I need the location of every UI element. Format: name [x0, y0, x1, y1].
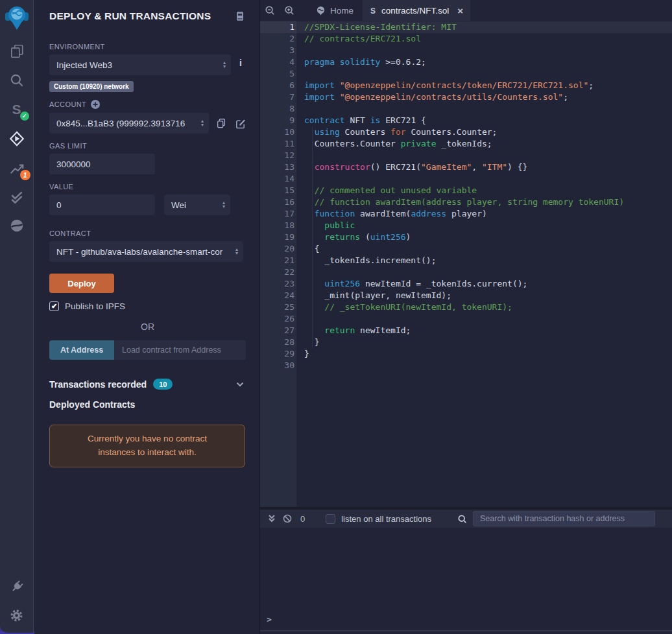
select-stepper-icon: ▴▾ [223, 61, 226, 69]
code-line[interactable]: import "@openzeppelin/contracts/utils/Co… [304, 91, 672, 103]
tab-home[interactable]: Home [307, 0, 363, 21]
compile-success-badge: ✓ [20, 112, 29, 121]
plugin-manager-icon[interactable] [8, 578, 25, 595]
value-input[interactable] [49, 194, 155, 215]
documentation-icon[interactable] [234, 10, 246, 22]
code-line[interactable] [304, 360, 672, 371]
home-tab-logo-icon [316, 6, 326, 16]
chevron-down-icon[interactable] [236, 382, 244, 387]
code-line[interactable] [304, 45, 672, 56]
collapse-terminal-icon[interactable] [264, 514, 280, 523]
publish-ipfs-label: Publish to IPFS [65, 301, 125, 311]
code-editor[interactable]: 1234567891011121314151617181920212223242… [260, 21, 672, 507]
line-number: 4 [260, 56, 294, 68]
contract-select[interactable]: NFT - github/ava-labs/avalanche-smart-co… [49, 241, 243, 262]
line-number: 24 [260, 290, 294, 301]
code-line[interactable] [304, 266, 672, 278]
transactions-recorded-label: Transactions recorded [49, 379, 147, 390]
code-line[interactable] [304, 313, 672, 325]
line-number: 16 [260, 196, 294, 208]
clear-terminal-icon[interactable] [280, 514, 295, 523]
gas-limit-input[interactable] [49, 154, 155, 174]
no-instances-warning: Currently you have no contract instances… [49, 425, 245, 467]
code-line[interactable]: return newItemId; [304, 325, 672, 336]
transactions-recorded-header[interactable]: Transactions recorded 10 [49, 379, 246, 390]
line-number: 25 [260, 301, 294, 313]
code-line[interactable]: uint256 newItemId = _tokenIds.current(); [304, 278, 672, 290]
indent-guide [312, 126, 313, 348]
solidity-compiler-icon[interactable]: S ✓ [8, 101, 25, 118]
terminal-prompt[interactable]: > [267, 615, 272, 624]
at-address-input[interactable] [114, 340, 246, 360]
zoom-in-icon[interactable] [280, 0, 299, 21]
code-line[interactable]: using Counters for Counters.Counter; [304, 126, 672, 138]
code-line[interactable] [304, 150, 672, 161]
code-line[interactable]: returns (uint256) [304, 231, 672, 243]
code-line[interactable] [304, 68, 672, 80]
pending-tx-count: 0 [300, 514, 305, 524]
gas-limit-label: GAS LIMIT [49, 142, 246, 150]
statistics-icon[interactable]: 1 [8, 159, 25, 176]
add-account-icon[interactable] [91, 100, 100, 109]
line-number: 7 [260, 91, 294, 103]
code-line[interactable]: Counters.Counter private _tokenIds; [304, 138, 672, 150]
code-line[interactable]: // function awardItem(address player, st… [304, 196, 672, 208]
code-line[interactable]: // _setTokenURI(newItemId, tokenURI); [304, 301, 672, 313]
line-number: 2 [260, 33, 294, 45]
deploy-run-panel: DEPLOY & RUN TRANSACTIONS ENVIRONMENT In… [34, 0, 259, 634]
line-number: 6 [260, 80, 294, 91]
line-number: 21 [260, 255, 294, 266]
code-line[interactable]: constructor() ERC721("GameItem", "ITM") … [304, 161, 672, 173]
line-number: 28 [260, 336, 294, 348]
code-line[interactable]: contract NFT is ERC721 { [304, 115, 672, 126]
statistics-badge: 1 [20, 170, 30, 180]
line-number: 9 [260, 115, 294, 126]
static-analysis-icon[interactable] [8, 189, 25, 205]
code-line[interactable]: import "@openzeppelin/contracts/token/ER… [304, 80, 672, 91]
file-explorer-icon[interactable] [8, 43, 25, 60]
code-line[interactable]: //SPDX-License-Identifier: MIT [304, 21, 672, 33]
editor-code[interactable]: //SPDX-License-Identifier: MIT// contrac… [296, 21, 672, 507]
terminal-search-icon[interactable] [457, 514, 467, 524]
account-select[interactable]: 0x845...B1aB3 (999992.3913716 ▴▾ [49, 113, 209, 134]
editor-area: Home S contracts/NFT.sol × 1234567891011… [259, 0, 672, 634]
code-line[interactable]: { [304, 243, 672, 255]
terminal-search-input[interactable] [473, 511, 655, 526]
at-address-button[interactable]: At Address [49, 340, 114, 360]
close-tab-icon[interactable]: × [457, 6, 463, 16]
code-line[interactable]: // contracts/ERC721.sol [304, 33, 672, 45]
remix-ide-app: S ✓ 1 [0, 0, 672, 634]
edit-account-icon[interactable] [235, 118, 246, 129]
zoom-out-icon[interactable] [260, 0, 280, 21]
editor-tabbar: Home S contracts/NFT.sol × [260, 0, 672, 21]
environment-label: ENVIRONMENT [49, 43, 246, 51]
copy-account-icon[interactable] [216, 118, 226, 128]
search-icon[interactable] [8, 72, 25, 89]
deploy-button[interactable]: Deploy [49, 274, 114, 293]
code-line[interactable]: function awardItem(address player) [304, 208, 672, 220]
tab-contracts-nft-sol[interactable]: S contracts/NFT.sol × [363, 0, 470, 21]
code-line[interactable]: _mint(player, newItemId); [304, 290, 672, 301]
sourcify-icon[interactable] [8, 217, 25, 234]
terminal-output[interactable]: > [260, 528, 672, 631]
environment-select[interactable]: Injected Web3 ▴▾ [49, 54, 231, 75]
publish-ipfs-option[interactable]: ✔ Publish to IPFS [49, 301, 246, 311]
code-line[interactable] [304, 173, 672, 185]
value-unit-select[interactable]: Wei ▴▾ [164, 194, 230, 215]
code-line[interactable]: public [304, 220, 672, 231]
code-line[interactable]: pragma solidity >=0.6.2; [304, 56, 672, 68]
deploy-and-run-icon[interactable] [8, 130, 25, 147]
code-line[interactable]: } [304, 336, 672, 348]
terminal-toolbar: 0 listen on all transactions [260, 510, 672, 528]
info-icon[interactable]: i [239, 58, 242, 68]
code-line[interactable]: _tokenIds.increment(); [304, 255, 672, 266]
publish-ipfs-checkbox[interactable]: ✔ [49, 301, 59, 311]
line-number: 14 [260, 173, 294, 185]
remix-logo-icon[interactable] [4, 4, 30, 31]
code-line[interactable] [304, 103, 672, 115]
code-line[interactable]: // commented out unused variable [304, 185, 672, 196]
settings-gear-icon[interactable] [8, 607, 25, 624]
code-line[interactable]: } [304, 348, 672, 360]
listen-transactions-checkbox[interactable] [326, 514, 335, 524]
transactions-count-badge: 10 [153, 379, 173, 390]
